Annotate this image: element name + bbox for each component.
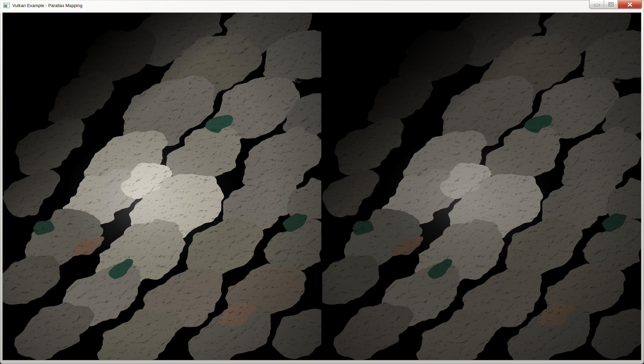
viewport-divider <box>321 13 322 360</box>
minimize-icon <box>594 4 600 6</box>
right-viewport-dim-overlay <box>322 13 641 360</box>
render-canvas <box>3 13 641 360</box>
window-controls <box>589 0 642 9</box>
window-titlebar[interactable]: Vulkan Example - Parallax Mapping <box>0 0 644 13</box>
screen: Vulkan Example - Parallax Mapping <box>0 0 644 364</box>
app-window: Vulkan Example - Parallax Mapping <box>0 0 644 364</box>
maximize-button[interactable] <box>604 0 618 9</box>
minimize-button[interactable] <box>589 0 604 9</box>
close-icon <box>627 2 633 7</box>
app-icon <box>3 3 10 8</box>
window-title: Vulkan Example - Parallax Mapping <box>12 3 83 8</box>
close-button[interactable] <box>618 0 642 9</box>
render-area <box>3 13 641 360</box>
viewport-left-parallax[interactable] <box>3 13 354 360</box>
viewport-right-flat[interactable] <box>307 13 641 360</box>
maximize-icon <box>608 2 613 6</box>
